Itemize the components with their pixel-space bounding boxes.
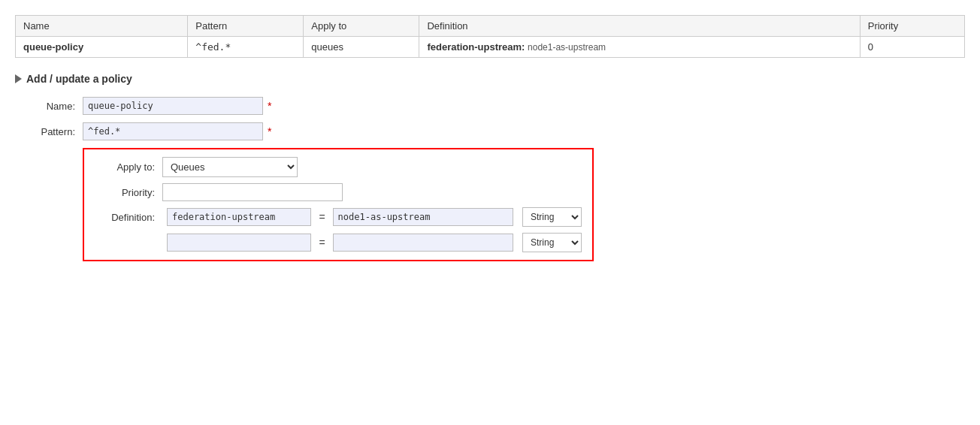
cell-name: queue-policy (16, 37, 188, 58)
col-header-pattern: Pattern (188, 16, 304, 37)
pattern-label: Pattern: (15, 126, 83, 137)
name-input[interactable] (83, 97, 263, 115)
pattern-row: Pattern: * (15, 122, 965, 140)
priority-row: Priority: (95, 183, 582, 201)
definition-label-field: Definition: (95, 212, 162, 223)
col-header-name: Name (16, 16, 188, 37)
col-header-definition: Definition (419, 16, 860, 37)
section-title: Add / update a policy (26, 73, 132, 85)
pattern-input[interactable] (83, 122, 263, 140)
cell-pattern: ^fed.* (188, 37, 304, 58)
def-key-input-1[interactable] (167, 208, 311, 226)
def-val-input-1[interactable] (333, 208, 513, 226)
apply-box-wrapper: Apply to: Queues Exchanges All Priority:… (15, 148, 965, 266)
eq-sign-2: = (316, 237, 328, 249)
apply-to-label: Apply to: (95, 161, 162, 173)
definition-value: node1-as-upstream (528, 42, 606, 53)
col-header-priority: Priority (860, 16, 964, 37)
pattern-required: * (268, 125, 271, 137)
apply-to-row: Apply to: Queues Exchanges All (95, 157, 582, 177)
cell-apply-to: queues (304, 37, 419, 58)
definition-row-2: = String Number Boolean List (95, 233, 582, 252)
def-type-select-1[interactable]: String Number Boolean List (522, 207, 582, 227)
policy-form-section: Add / update a policy Name: * Pattern: *… (15, 73, 965, 266)
policy-table: Name Pattern Apply to Definition Priorit… (15, 15, 965, 58)
eq-sign-1: = (316, 211, 328, 223)
name-required: * (268, 100, 271, 112)
name-row: Name: * (15, 97, 965, 115)
section-header: Add / update a policy (15, 73, 965, 85)
definition-row-1: Definition: = String Number Boolean List (95, 207, 582, 227)
def-key-input-2[interactable] (167, 234, 311, 252)
collapse-icon[interactable] (15, 74, 22, 83)
cell-definition: federation-upstream: node1-as-upstream (419, 37, 860, 58)
def-val-input-2[interactable] (333, 234, 513, 252)
col-header-apply-to: Apply to (304, 16, 419, 37)
apply-to-box: Apply to: Queues Exchanges All Priority:… (83, 148, 594, 261)
def-type-select-2[interactable]: String Number Boolean List (522, 233, 582, 252)
table-row: queue-policy ^fed.* queues federation-up… (16, 37, 965, 58)
priority-input[interactable] (162, 183, 343, 201)
cell-priority: 0 (860, 37, 964, 58)
name-label: Name: (15, 101, 83, 112)
apply-to-select[interactable]: Queues Exchanges All (162, 157, 298, 177)
priority-label: Priority: (95, 187, 162, 198)
definition-label: federation-upstream: (427, 41, 525, 53)
